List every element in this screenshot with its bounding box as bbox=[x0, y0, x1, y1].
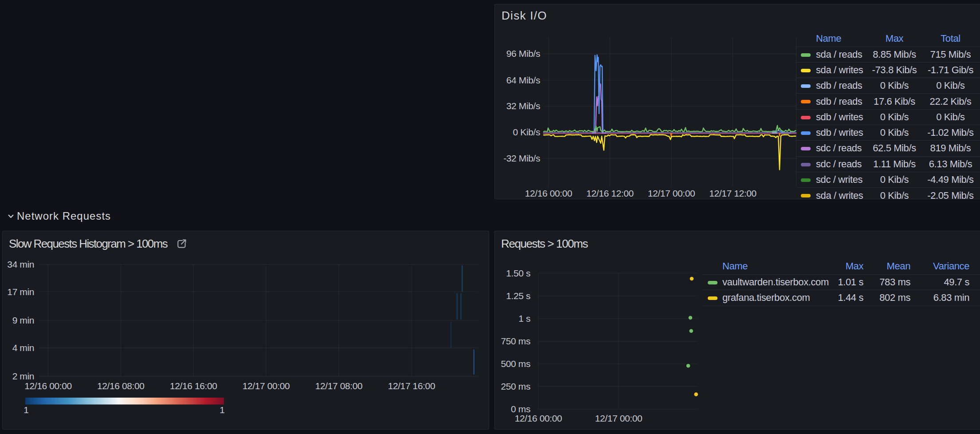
svg-text:17 min: 17 min bbox=[7, 287, 34, 297]
svg-text:64 Mib/s: 64 Mib/s bbox=[506, 75, 540, 85]
svg-text:12/17 08:00: 12/17 08:00 bbox=[315, 381, 363, 391]
svg-text:34 min: 34 min bbox=[7, 259, 34, 269]
svg-text:1.50 s: 1.50 s bbox=[506, 268, 530, 278]
svg-text:500 ms: 500 ms bbox=[501, 359, 530, 369]
svg-text:250 ms: 250 ms bbox=[501, 381, 530, 391]
svg-text:-32 Mib/s: -32 Mib/s bbox=[503, 153, 540, 163]
svg-text:750 ms: 750 ms bbox=[501, 336, 530, 346]
svg-text:12/16 00:00: 12/16 00:00 bbox=[525, 188, 572, 198]
svg-text:32 Mib/s: 32 Mib/s bbox=[506, 101, 540, 111]
svg-text:12/16 08:00: 12/16 08:00 bbox=[97, 381, 145, 391]
svg-text:1: 1 bbox=[24, 405, 28, 415]
svg-text:9 min: 9 min bbox=[12, 315, 34, 325]
svg-text:12/16 16:00: 12/16 16:00 bbox=[170, 381, 217, 391]
svg-text:12/17 12:00: 12/17 12:00 bbox=[709, 188, 757, 198]
svg-text:1: 1 bbox=[220, 405, 224, 415]
svg-text:2 min: 2 min bbox=[12, 371, 34, 381]
svg-text:12/16 00:00: 12/16 00:00 bbox=[515, 413, 562, 423]
svg-text:0 Kib/s: 0 Kib/s bbox=[513, 127, 540, 137]
svg-text:1.25 s: 1.25 s bbox=[506, 291, 530, 301]
svg-text:12/17 00:00: 12/17 00:00 bbox=[243, 381, 290, 391]
svg-text:96 Mib/s: 96 Mib/s bbox=[506, 48, 540, 59]
svg-text:0 ms: 0 ms bbox=[511, 404, 530, 414]
svg-text:1 s: 1 s bbox=[518, 313, 530, 324]
svg-text:12/17 00:00: 12/17 00:00 bbox=[648, 188, 695, 198]
svg-text:12/16 12:00: 12/16 12:00 bbox=[586, 188, 634, 198]
svg-text:12/17 16:00: 12/17 16:00 bbox=[388, 381, 435, 391]
svg-text:12/16 00:00: 12/16 00:00 bbox=[24, 381, 72, 391]
svg-text:4 min: 4 min bbox=[12, 343, 34, 353]
svg-text:12/17 00:00: 12/17 00:00 bbox=[595, 413, 643, 423]
